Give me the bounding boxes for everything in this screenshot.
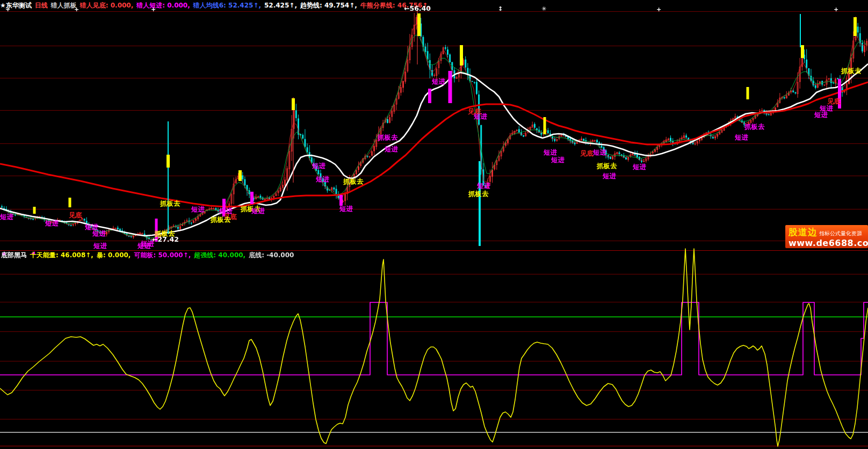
legend-segment: ★东华测试	[0, 2, 32, 9]
legend-segment: 可能板: 50.000↑,	[134, 251, 191, 259]
main-candlestick-chart[interactable]	[0, 11, 868, 250]
legend-segment: 超强线: 40.000,	[194, 251, 245, 259]
trading-app-window: ★东华测试日线猎人抓板猎人见底: 0.000,猎人短进: 0.000,猎人均线6…	[0, 0, 868, 449]
legend-segment: 猎人均线6: 52.425↑,	[193, 2, 261, 9]
legend-segment: 猎人抓板	[51, 2, 77, 9]
legend-segment: 底部黑马	[1, 251, 27, 259]
legend-segment: 十天能量: 46.008↑,	[30, 251, 93, 259]
legend-segment: 牛熊分界线: 46.756↑,	[360, 2, 430, 9]
legend-segment: 52.425↑,	[264, 2, 297, 9]
lower-indicator-chart[interactable]	[0, 242, 868, 449]
watermark-tagline: 指标公式量化资源	[819, 230, 862, 237]
lower-indicator-title-bar: 底部黑马十天能量: 46.008↑,暴: 0.000,可能板: 50.000↑,…	[1, 250, 868, 260]
indicator-title-bar: ★东华测试日线猎人抓板猎人见底: 0.000,猎人短进: 0.000,猎人均线6…	[0, 1, 868, 10]
watermark-badge: 股道边 指标公式量化资源 www.de6688.com	[785, 225, 868, 248]
watermark-url: www.de6688.com	[789, 238, 866, 248]
legend-segment: 底线: -40.000	[249, 251, 294, 259]
legend-segment: 暴: 0.000,	[97, 251, 131, 259]
watermark-brand: 股道边	[789, 226, 818, 238]
legend-segment: 猎人短进: 0.000,	[136, 2, 190, 9]
legend-segment: 日线	[35, 2, 48, 9]
legend-segment: 趋势线: 49.754↑,	[300, 2, 357, 9]
legend-segment: 猎人见底: 0.000,	[80, 2, 134, 9]
